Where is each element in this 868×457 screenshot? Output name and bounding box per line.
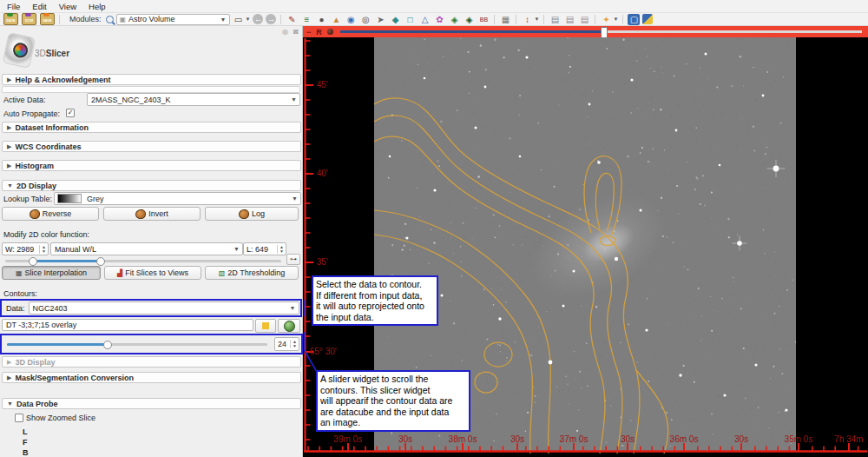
annotation-note-1: Select the data to contour. If different… <box>312 275 438 326</box>
forward-arrow-icon[interactable]: → <box>266 14 276 24</box>
screenshot-icon[interactable]: ▤ <box>549 14 561 25</box>
spinner-arrows-icon[interactable]: ▲▼ <box>277 245 286 254</box>
ruler-angle-icon[interactable]: △ <box>418 14 431 25</box>
chevron-right-icon: ▶ <box>7 374 11 381</box>
chevron-right-icon: ▶ <box>7 162 11 169</box>
zoom-in-icon[interactable]: ◉ <box>345 14 357 25</box>
collapse-icon[interactable]: − <box>306 30 311 35</box>
contour-color-swatch <box>262 322 269 329</box>
crop-frame-icon[interactable]: □ <box>404 14 416 25</box>
chevron-down-icon: ▼ <box>7 401 13 407</box>
pointer-sparkle-icon[interactable]: ➤ <box>374 14 386 25</box>
chevron-down-icon[interactable]: ▼ <box>246 17 251 22</box>
spinner-arrows-icon[interactable]: ▲▼ <box>39 245 48 254</box>
mask-shield-teal-icon[interactable]: ◆ <box>389 14 401 25</box>
active-data-selector[interactable]: 2MASS_NGC_2403_K ▼ <box>87 93 300 106</box>
chevron-right-icon: ▶ <box>7 76 11 83</box>
reverse-icon <box>30 209 40 219</box>
panel-undock-icon[interactable]: ◎ <box>282 28 288 36</box>
menu-view[interactable]: View <box>59 2 76 11</box>
load-dicom-button[interactable]: DCM <box>22 13 36 25</box>
probe-row-l: L <box>23 427 28 436</box>
save-button[interactable]: SAVE <box>40 13 55 25</box>
updown-arrows-icon[interactable]: ↕ <box>521 14 533 25</box>
wl-range-slider[interactable] <box>5 260 281 262</box>
zoom-search-icon[interactable]: ◎ <box>359 14 372 25</box>
contour-globe-button[interactable] <box>278 319 300 333</box>
fit-slices-button[interactable]: ▟ Fit Slices to Views <box>104 266 201 280</box>
contour-data-selector[interactable]: NGC2403 ▼ <box>29 301 299 315</box>
chevron-down-icon[interactable]: ▼ <box>534 17 539 22</box>
star-sparkle-icon[interactable]: ✦ <box>600 14 612 25</box>
menu-help[interactable]: Help <box>89 2 106 11</box>
modify-color-function-label: Modify 2D color function: <box>3 230 89 239</box>
python-console-icon[interactable] <box>642 14 653 24</box>
data-probe-bar[interactable]: ▼ Data Probe <box>2 398 301 409</box>
dec-axis-label: 45' <box>317 80 328 89</box>
mask-segmentation-bar[interactable]: ▶ Mask/Segmentation Conversion <box>2 372 301 383</box>
slice-pin-icon[interactable] <box>327 29 333 35</box>
module-panel-icon[interactable]: ▭ <box>233 14 245 25</box>
chevron-down-icon: ▼ <box>290 305 296 311</box>
empty-frame <box>2 86 300 93</box>
module-selector[interactable]: ▣ Astro Volume ▼ <box>116 14 230 25</box>
contour-level-spinbox[interactable]: 24 ▲▼ <box>274 337 299 351</box>
window-spinbox[interactable]: W: 2989 ▲▼ <box>2 242 49 255</box>
show-zoomed-slice-checkbox[interactable] <box>15 414 23 422</box>
interpolation-icon: ▦ <box>16 269 23 277</box>
panel-close-icon[interactable]: ⊠ <box>293 28 299 36</box>
contour-color-button[interactable] <box>255 319 276 333</box>
annotate-pen-icon[interactable]: ✎ <box>286 14 298 25</box>
dec-axis-label: 65° 30' <box>310 347 337 356</box>
wl-mode-selector[interactable]: Manual W/L ▼ <box>50 242 243 255</box>
ra-axis-label: 30s <box>510 434 524 444</box>
red-slice-view[interactable]: − R 45'40'35'65° 30'39m 0s30s38m 0s30s37… <box>303 26 868 457</box>
color-pinwheel-icon[interactable]: ✿ <box>433 14 445 25</box>
module-search-icon[interactable] <box>106 16 114 23</box>
slice-offset-slider[interactable] <box>340 30 862 33</box>
wcs-coordinates-bar[interactable]: ▶ WCS Coordinates <box>2 141 301 152</box>
contour-slider[interactable] <box>7 343 267 346</box>
invert-button[interactable]: Invert <box>103 207 201 221</box>
chevron-right-icon: ▶ <box>7 124 11 131</box>
volume-module-icon[interactable]: ● <box>315 14 327 25</box>
spinner-arrows-icon[interactable]: ▲▼ <box>290 340 299 348</box>
help-acknowledgement-bar[interactable]: ▶ Help & Acknowledgement <box>2 74 301 85</box>
level-spinbox[interactable]: L: 649 ▲▼ <box>243 242 286 255</box>
chevron-down-icon: ▼ <box>220 17 227 23</box>
menu-file[interactable]: File <box>7 2 20 11</box>
extension-window-icon[interactable]: ▢ <box>628 14 640 25</box>
dataset-information-bar[interactable]: ▶ Dataset Information <box>2 122 301 133</box>
log-button[interactable]: Log <box>205 207 299 221</box>
module-tree-icon[interactable]: ≡ <box>300 14 312 25</box>
auto-propagate-checkbox[interactable]: ✓ <box>66 109 75 117</box>
chevron-right-icon: ▶ <box>7 143 11 150</box>
auto-propagate-label: Auto Propagate: <box>3 109 60 118</box>
contour-slider-handle[interactable] <box>103 341 112 349</box>
wl-max-handle[interactable] <box>96 257 105 266</box>
lookup-table-selector[interactable]: Grey ▼ <box>54 192 301 205</box>
capture-search-icon[interactable]: ▤ <box>578 14 590 25</box>
back-arrow-icon[interactable]: ← <box>253 14 263 24</box>
shield-darkgreen-icon[interactable]: ◈ <box>463 14 475 25</box>
contour-levels-field[interactable]: DT -3;3;7;15 overlay <box>2 319 253 331</box>
chevron-down-icon[interactable]: ▼ <box>613 17 618 22</box>
load-data-button[interactable]: DATA <box>3 13 18 25</box>
toolbar-separator <box>595 15 595 24</box>
ra-axis-label: 36m 0s <box>670 434 699 444</box>
reverse-button[interactable]: Reverse <box>2 207 99 221</box>
wl-min-handle[interactable] <box>29 257 37 266</box>
astro-telescope-icon[interactable]: ▲ <box>330 14 342 25</box>
save-button-mark-icon <box>43 13 49 17</box>
bb-letters-icon[interactable]: BB <box>477 14 490 25</box>
scene-capture-icon[interactable]: ▤ <box>563 14 575 25</box>
table-layout-icon[interactable]: ▦ <box>499 14 511 25</box>
menu-edit[interactable]: Edit <box>32 2 46 11</box>
2d-display-bar[interactable]: ▼ 2D Display <box>2 180 301 191</box>
histogram-bar[interactable]: ▶ Histogram <box>2 160 301 171</box>
3d-display-bar[interactable]: ▶ 3D Display <box>2 356 301 368</box>
slice-interpolation-button[interactable]: ▦ Slice Interpolation <box>2 266 101 280</box>
2d-thresholding-button[interactable]: ▧ 2D Thresholding <box>205 266 299 280</box>
pin-button[interactable]: ⊶ <box>286 254 300 265</box>
shield-green-icon[interactable]: ◈ <box>448 14 460 25</box>
